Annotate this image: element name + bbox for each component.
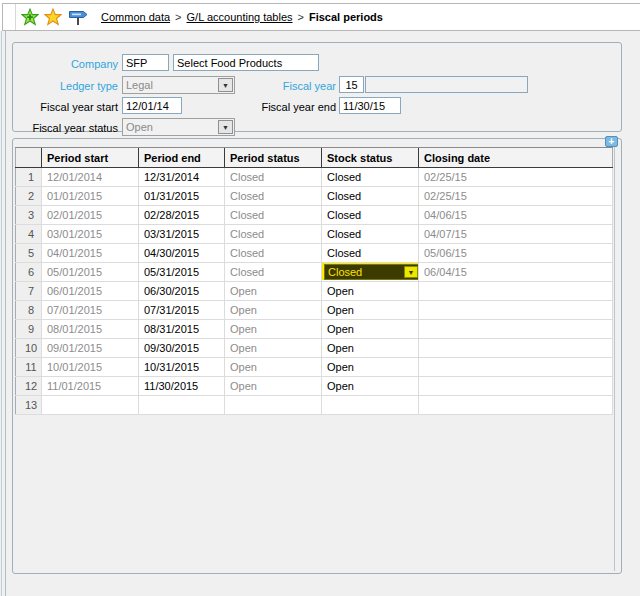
favorite-star-icon[interactable] bbox=[44, 8, 62, 26]
closing-date-cell: 04/06/15 bbox=[419, 206, 613, 225]
period-end-cell[interactable]: 09/30/2015 bbox=[139, 339, 225, 358]
period-end-cell[interactable]: 07/31/2015 bbox=[139, 301, 225, 320]
fiscal-year-end-input[interactable] bbox=[339, 97, 401, 114]
period-end-cell[interactable]: 08/31/2015 bbox=[139, 320, 225, 339]
fiscal-year-form-panel: Company Ledger type Legal ▼ Fiscal year … bbox=[12, 42, 622, 132]
row-number[interactable]: 4 bbox=[16, 225, 42, 244]
row-number[interactable]: 10 bbox=[16, 339, 42, 358]
ledger-type-select[interactable]: Legal ▼ bbox=[122, 76, 235, 94]
fiscal-year-label[interactable]: Fiscal year bbox=[231, 78, 336, 94]
breadcrumb-current-page: Fiscal periods bbox=[309, 11, 383, 23]
fiscal-year-input[interactable] bbox=[339, 76, 364, 93]
period-end-cell[interactable]: 04/30/2015 bbox=[139, 244, 225, 263]
stock-status-cell[interactable]: Closed bbox=[322, 187, 419, 206]
period-end-cell[interactable]: 02/28/2015 bbox=[139, 206, 225, 225]
stock-status-cell[interactable]: Open bbox=[322, 301, 419, 320]
stock-status-cell[interactable]: Closed bbox=[322, 225, 419, 244]
period-end-cell[interactable] bbox=[139, 396, 225, 415]
grid-header-row: Period start Period end Period status St… bbox=[16, 148, 613, 168]
row-number[interactable]: 5 bbox=[16, 244, 42, 263]
stock-status-cell[interactable]: Closed bbox=[322, 244, 419, 263]
grid-body: 112/01/201412/31/2014ClosedClosed02/25/1… bbox=[16, 168, 613, 415]
period-end-cell[interactable]: 05/31/2015 bbox=[139, 263, 225, 282]
period-status-cell: Open bbox=[225, 358, 322, 377]
fiscal-year-status-select[interactable]: Open ▼ bbox=[122, 118, 235, 136]
period-end-cell[interactable]: 01/31/2015 bbox=[139, 187, 225, 206]
row-number[interactable]: 1 bbox=[16, 168, 42, 187]
grid-row: 1211/01/201511/30/2015OpenOpen bbox=[16, 377, 613, 396]
stock-status-cell[interactable]: Closed bbox=[322, 168, 419, 187]
period-end-cell[interactable]: 10/31/2015 bbox=[139, 358, 225, 377]
navigation-signpost-icon[interactable] bbox=[67, 9, 89, 26]
grid-row: 605/01/201505/31/2015ClosedClosed▼06/04/… bbox=[16, 263, 613, 282]
stock-status-cell[interactable]: Open bbox=[322, 282, 419, 301]
breadcrumb-link-gl-accounting-tables[interactable]: G/L accounting tables bbox=[187, 11, 293, 23]
stock-status-cell[interactable]: Open bbox=[322, 358, 419, 377]
row-number[interactable]: 6 bbox=[16, 263, 42, 282]
toolbar-grip bbox=[3, 4, 16, 30]
period-start-cell: 10/01/2015 bbox=[42, 358, 139, 377]
grid-row: 908/01/201508/31/2015OpenOpen bbox=[16, 320, 613, 339]
breadcrumb-separator: > bbox=[175, 11, 181, 23]
dropdown-arrow-icon[interactable]: ▼ bbox=[404, 266, 418, 278]
row-number-header bbox=[16, 148, 42, 168]
period-status-cell: Open bbox=[225, 301, 322, 320]
period-end-cell[interactable]: 06/30/2015 bbox=[139, 282, 225, 301]
stock-status-highlight: Closed▼ bbox=[322, 263, 419, 281]
period-status-cell: Closed bbox=[225, 187, 322, 206]
row-number[interactable]: 7 bbox=[16, 282, 42, 301]
row-number[interactable]: 12 bbox=[16, 377, 42, 396]
grid-row: 403/01/201503/31/2015ClosedClosed04/07/1… bbox=[16, 225, 613, 244]
period-start-cell: 08/01/2015 bbox=[42, 320, 139, 339]
company-code-input[interactable] bbox=[122, 54, 169, 71]
closing-date-cell bbox=[419, 339, 613, 358]
row-number[interactable]: 3 bbox=[16, 206, 42, 225]
row-number[interactable]: 2 bbox=[16, 187, 42, 206]
closing-date-cell bbox=[419, 282, 613, 301]
period-status-cell bbox=[225, 396, 322, 415]
company-name-input[interactable] bbox=[173, 54, 319, 71]
grid-row: 201/01/201501/31/2015ClosedClosed02/25/1… bbox=[16, 187, 613, 206]
col-header-period-start: Period start bbox=[42, 148, 139, 168]
expand-grid-icon[interactable]: + bbox=[605, 136, 618, 147]
stock-status-cell[interactable]: Open bbox=[322, 377, 419, 396]
grid-row: 1110/01/201510/31/2015OpenOpen bbox=[16, 358, 613, 377]
period-end-cell[interactable]: 03/31/2015 bbox=[139, 225, 225, 244]
stock-status-cell[interactable]: Open bbox=[322, 320, 419, 339]
grid-row: 1009/01/201509/30/2015OpenOpen bbox=[16, 339, 613, 358]
period-status-cell: Closed bbox=[225, 206, 322, 225]
grid-row: 302/01/201502/28/2015ClosedClosed04/06/1… bbox=[16, 206, 613, 225]
closing-date-cell bbox=[419, 377, 613, 396]
dropdown-arrow-icon[interactable]: ▼ bbox=[218, 120, 233, 134]
period-status-cell: Open bbox=[225, 339, 322, 358]
row-number[interactable]: 9 bbox=[16, 320, 42, 339]
stock-status-cell[interactable]: Open bbox=[322, 339, 419, 358]
breadcrumb-link-common-data[interactable]: Common data bbox=[101, 11, 170, 23]
closing-date-cell: 02/25/15 bbox=[419, 187, 613, 206]
grid-row: 807/01/201507/31/2015OpenOpen bbox=[16, 301, 613, 320]
favorite-add-star-icon[interactable] bbox=[21, 8, 39, 26]
closing-date-cell bbox=[419, 301, 613, 320]
stock-status-cell[interactable]: Closed▼ bbox=[322, 263, 419, 282]
panel-inner-border bbox=[614, 141, 615, 571]
fiscal-year-start-input[interactable] bbox=[122, 97, 182, 114]
period-end-cell[interactable]: 11/30/2015 bbox=[139, 377, 225, 396]
closing-date-cell: 06/04/15 bbox=[419, 263, 613, 282]
row-number[interactable]: 8 bbox=[16, 301, 42, 320]
grid-row: 504/01/201504/30/2015ClosedClosed05/06/1… bbox=[16, 244, 613, 263]
row-number[interactable]: 11 bbox=[16, 358, 42, 377]
col-header-stock-status: Stock status bbox=[322, 148, 419, 168]
grid-row: 112/01/201412/31/2014ClosedClosed02/25/1… bbox=[16, 168, 613, 187]
toolbar: Common data>G/L accounting tables>Fiscal… bbox=[2, 3, 640, 31]
ledger-type-label[interactable]: Ledger type bbox=[13, 78, 118, 94]
row-number[interactable]: 13 bbox=[16, 396, 42, 415]
fiscal-periods-grid: Period start Period end Period status St… bbox=[15, 147, 613, 415]
stock-status-cell[interactable] bbox=[322, 396, 419, 415]
window-frame-line bbox=[5, 31, 6, 596]
stock-status-cell[interactable]: Closed bbox=[322, 206, 419, 225]
company-label[interactable]: Company bbox=[13, 56, 118, 72]
period-end-cell[interactable]: 12/31/2014 bbox=[139, 168, 225, 187]
closing-date-cell: 05/06/15 bbox=[419, 244, 613, 263]
stock-status-select[interactable]: Closed▼ bbox=[324, 264, 419, 280]
period-start-cell: 11/01/2015 bbox=[42, 377, 139, 396]
